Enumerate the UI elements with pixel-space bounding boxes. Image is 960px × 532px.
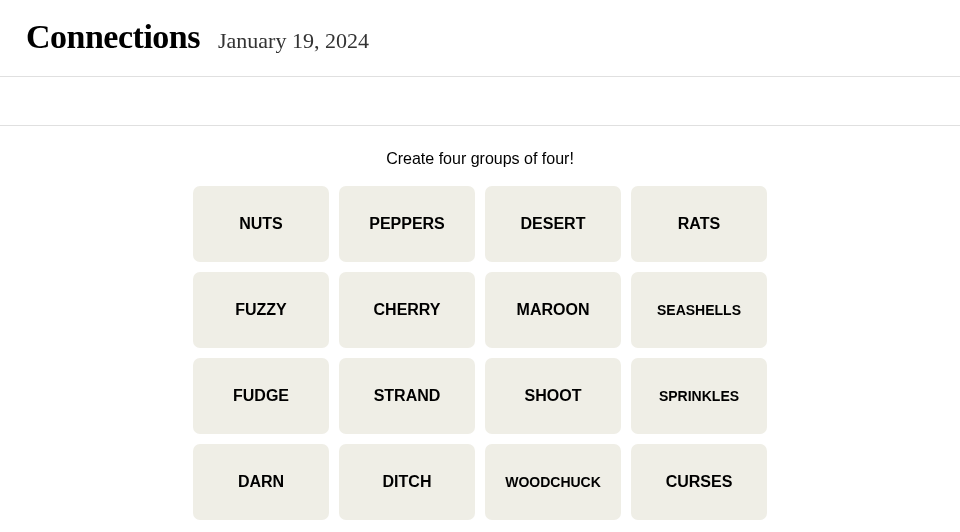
tile-grid: NUTS PEPPERS DESERT RATS FUZZY CHERRY MA… xyxy=(193,186,767,520)
instruction-text: Create four groups of four! xyxy=(0,150,960,168)
tile[interactable]: SHOOT xyxy=(485,358,621,434)
tile[interactable]: WOODCHUCK xyxy=(485,444,621,520)
tile[interactable]: SEASHELLS xyxy=(631,272,767,348)
tile[interactable]: CHERRY xyxy=(339,272,475,348)
tile[interactable]: MAROON xyxy=(485,272,621,348)
puzzle-date: January 19, 2024 xyxy=(218,28,369,54)
tile[interactable]: RATS xyxy=(631,186,767,262)
tile[interactable]: PEPPERS xyxy=(339,186,475,262)
divider-band xyxy=(0,76,960,126)
tile[interactable]: FUDGE xyxy=(193,358,329,434)
tile[interactable]: STRAND xyxy=(339,358,475,434)
tile[interactable]: SPRINKLES xyxy=(631,358,767,434)
page-title: Connections xyxy=(26,18,200,56)
tile[interactable]: CURSES xyxy=(631,444,767,520)
tile[interactable]: FUZZY xyxy=(193,272,329,348)
tile[interactable]: DITCH xyxy=(339,444,475,520)
tile[interactable]: DESERT xyxy=(485,186,621,262)
tile[interactable]: DARN xyxy=(193,444,329,520)
header: Connections January 19, 2024 xyxy=(0,0,960,76)
grid-container: NUTS PEPPERS DESERT RATS FUZZY CHERRY MA… xyxy=(0,186,960,520)
tile[interactable]: NUTS xyxy=(193,186,329,262)
